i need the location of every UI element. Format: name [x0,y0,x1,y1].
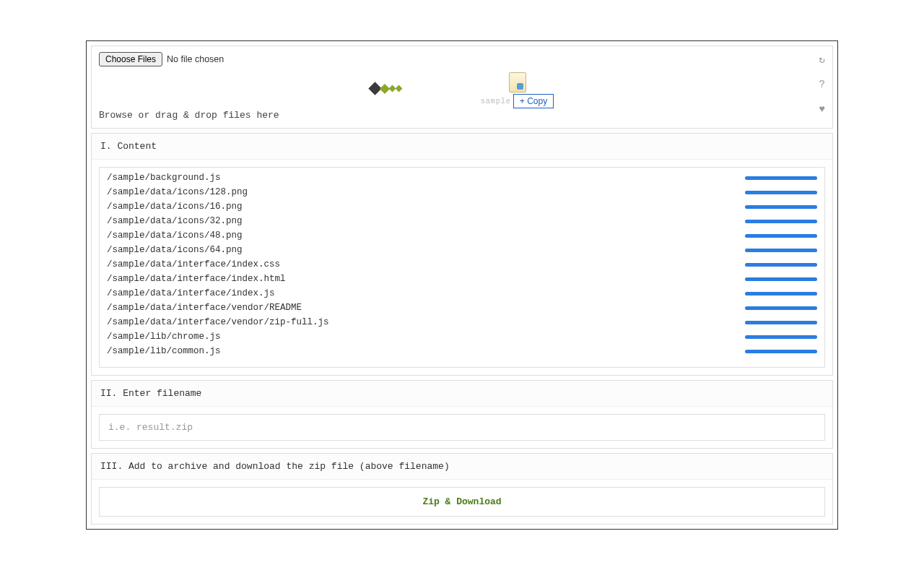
progress-bar [745,335,817,339]
folder-name-label: sample [481,98,511,105]
file-path-label: /sample/data/interface/index.html [107,274,286,284]
file-path-label: /sample/background.js [107,173,221,183]
progress-bar [745,292,817,296]
diamond-loader-icon [370,84,401,93]
file-row: /sample/background.js [100,171,824,185]
heart-icon[interactable]: ♥ [819,103,825,115]
file-path-label: /sample/data/interface/vendor/zip-full.j… [107,317,329,327]
content-panel-title: I. Content [92,134,832,160]
dropzone-panel[interactable]: Choose Files No file chosen sample + Cop… [91,46,833,129]
file-row: /sample/data/interface/index.css [100,257,824,272]
no-file-label: No file chosen [167,54,224,64]
file-path-label: /sample/data/interface/index.js [107,288,275,298]
file-row: /sample/data/interface/index.js [100,286,824,301]
archive-panel-title: III. Add to archive and download the zip… [92,454,832,480]
file-row: /sample/data/icons/16.png [100,199,824,214]
archive-panel: III. Add to archive and download the zip… [91,453,833,525]
file-path-label: /sample/data/interface/index.css [107,259,280,269]
app-window: Choose Files No file chosen sample + Cop… [86,40,838,530]
progress-bar [745,220,817,223]
progress-bar [745,277,817,281]
progress-bar [745,350,817,353]
file-path-label: /sample/data/interface/vendor/README [107,303,302,313]
file-row: /sample/data/interface/index.html [100,272,824,286]
file-row: /sample/data/icons/128.png [100,185,824,199]
dropzone-graphics: sample + Copy [92,72,832,108]
reload-icon[interactable]: ↻ [819,53,825,66]
file-path-label: /sample/data/icons/16.png [107,202,243,212]
progress-bar [745,191,817,194]
progress-bar [745,176,817,180]
progress-bar [745,249,817,252]
file-path-label: /sample/data/icons/48.png [107,230,243,241]
file-row: /sample/data/interface/vendor/zip-full.j… [100,315,824,329]
progress-bar [745,205,817,209]
file-path-label: /sample/data/icons/32.png [107,216,243,226]
file-list[interactable]: /sample/background.js/sample/data/icons/… [99,167,825,368]
choose-files-button[interactable]: Choose Files [99,52,162,66]
help-icon[interactable]: ? [819,79,825,90]
file-row: /sample/data/icons/32.png [100,214,824,228]
file-path-label: /sample/data/icons/64.png [107,245,243,255]
filename-panel: II. Enter filename [91,380,833,449]
progress-bar [745,306,817,310]
progress-bar [745,263,817,267]
file-row: /sample/lib/common.js [100,344,824,358]
folder-icon [509,72,526,92]
content-panel: I. Content /sample/background.js/sample/… [91,133,833,376]
filename-input[interactable] [99,414,825,441]
filename-panel-title: II. Enter filename [92,381,832,407]
copy-button[interactable]: + Copy [513,94,554,108]
progress-bar [745,321,817,324]
folder-preview: sample + Copy [481,72,554,108]
file-row: /sample/lib/chrome.js [100,329,824,344]
dropzone-hint: Browse or drag & drop files here [99,110,825,121]
zip-download-button[interactable]: Zip & Download [99,487,825,517]
file-path-label: /sample/lib/chrome.js [107,332,221,342]
file-path-label: /sample/data/icons/128.png [107,187,248,197]
file-row: /sample/data/icons/48.png [100,228,824,243]
file-path-label: /sample/lib/common.js [107,346,221,356]
progress-bar [745,234,817,238]
file-row: /sample/data/icons/64.png [100,243,824,257]
file-row: /sample/data/interface/vendor/README [100,301,824,315]
